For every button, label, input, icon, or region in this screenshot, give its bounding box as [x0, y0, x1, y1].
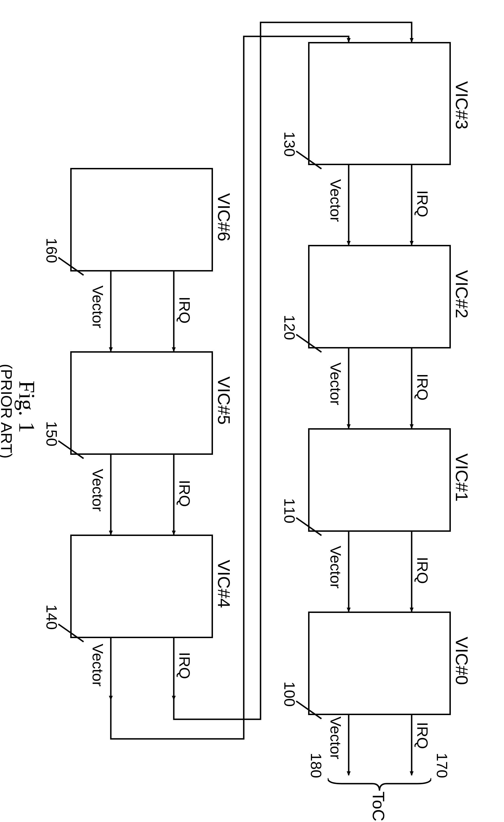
figure-title: Fig. 1 — [14, 381, 39, 433]
irq-label-4-out: IRQ — [176, 652, 193, 679]
figure-subtitle: (PRIOR ART) — [0, 364, 16, 458]
irq-label-6-5: IRQ — [176, 297, 193, 324]
vec-label-3-2: Vector — [327, 179, 345, 222]
irq-label-3-2: IRQ — [414, 190, 431, 217]
vec-label-4-out: Vector — [89, 644, 107, 687]
irq-label-out: IRQ — [414, 722, 431, 749]
vec-label-2-1: Vector — [327, 362, 345, 405]
arrows-layer — [0, 0, 504, 822]
irq-label-5-4: IRQ — [176, 480, 193, 507]
vec-label-6-5: Vector — [89, 286, 107, 328]
vec-label-out: Vector — [327, 717, 345, 759]
vec-label-5-4: Vector — [89, 469, 107, 512]
irq-label-1-0: IRQ — [414, 557, 431, 584]
irq-label-2-1: IRQ — [414, 374, 431, 401]
vec-label-1-0: Vector — [327, 546, 345, 588]
